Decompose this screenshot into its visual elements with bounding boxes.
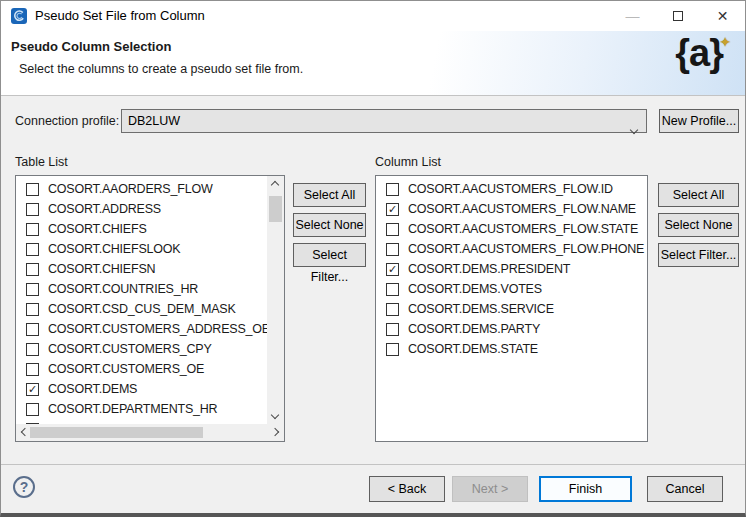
list-item[interactable]: COSORT.CSD_CUS_DEM_MASK xyxy=(16,299,267,319)
button-bar: ? < Back Next > Finish Cancel xyxy=(1,464,745,513)
checkbox-unchecked[interactable] xyxy=(26,183,39,196)
help-icon[interactable]: ? xyxy=(13,476,35,498)
column-select-none-button[interactable]: Select None xyxy=(658,213,739,237)
checkbox-unchecked[interactable] xyxy=(386,343,399,356)
new-profile-button[interactable]: New Profile... xyxy=(659,109,739,133)
list-item[interactable]: COSORT.AAORDERS_FLOW xyxy=(16,179,267,199)
list-item-label: COSORT.DEMS.STATE xyxy=(408,342,538,356)
list-item-label: COSORT.CHIEFSN xyxy=(48,262,155,276)
scroll-left-icon[interactable] xyxy=(21,428,29,436)
list-item-label: COSORT.COUNTRIES_HR xyxy=(48,282,198,296)
list-item-label: COSORT.AACUSTOMERS_FLOW.ID xyxy=(408,182,613,196)
wizard-content: Connection profile: DB2LUW New Profile..… xyxy=(1,97,745,464)
app-icon xyxy=(11,8,27,24)
checkbox-unchecked[interactable] xyxy=(386,243,399,256)
chevron-down-icon xyxy=(631,118,637,140)
list-item-label: COSORT.CSD_CUS_DEM_MASK xyxy=(48,302,236,316)
list-item[interactable]: COSORT.DEMS.VOTES xyxy=(376,279,647,299)
list-item[interactable]: COSORT.CUSTOMERS_OE xyxy=(16,359,267,379)
table-list-items: COSORT.AAORDERS_FLOWCOSORT.ADDRESSCOSORT… xyxy=(16,176,267,424)
list-item[interactable]: COSORT.DEMS.SERVICE xyxy=(376,299,647,319)
checkbox-unchecked[interactable] xyxy=(26,263,39,276)
checkbox-unchecked[interactable] xyxy=(386,283,399,296)
column-list: COSORT.AACUSTOMERS_FLOW.ID✓COSORT.AACUST… xyxy=(375,175,648,442)
title-bar: Pseudo Set File from Column — ✕ xyxy=(1,1,745,31)
checkbox-unchecked[interactable] xyxy=(26,223,39,236)
list-item[interactable]: COSORT.DEPARTMENTS_HR xyxy=(16,399,267,419)
list-item[interactable]: COSORT.CUSTOMERS_CPY xyxy=(16,339,267,359)
list-item[interactable]: ✓COSORT.DEMS.PRESIDENT xyxy=(376,259,647,279)
checkbox-unchecked[interactable] xyxy=(386,323,399,336)
list-item-label: COSORT.CUSTOMERS_OE xyxy=(48,362,204,376)
table-list-horizontal-scrollbar[interactable] xyxy=(16,424,284,441)
list-item[interactable]: COSORT.CHIEFSN xyxy=(16,259,267,279)
list-item-label: COSORT.ADDRESS xyxy=(48,202,161,216)
table-select-all-button[interactable]: Select All xyxy=(293,183,366,207)
list-item-label: COSORT.DEPARTMENTS_HR xyxy=(48,402,217,416)
list-item[interactable]: COSORT.DEMS.PARTY xyxy=(376,319,647,339)
list-item-label: COSORT.DEMS.PARTY xyxy=(408,322,540,336)
list-item-label: COSORT.DEMS.VOTES xyxy=(408,282,542,296)
vertical-scroll-thumb[interactable] xyxy=(269,196,282,222)
checkbox-unchecked[interactable] xyxy=(386,303,399,316)
page-title: Pseudo Column Selection xyxy=(11,39,171,54)
list-item-label: COSORT.DEMS.SERVICE xyxy=(408,302,554,316)
close-icon[interactable]: ✕ xyxy=(700,1,745,31)
list-item[interactable]: ✓COSORT.AACUSTOMERS_FLOW.NAME xyxy=(376,199,647,219)
table-select-none-button[interactable]: Select None xyxy=(293,213,366,237)
next-button: Next > xyxy=(452,476,528,502)
scroll-down-icon[interactable] xyxy=(271,411,279,419)
list-item[interactable]: COSORT.AACUSTOMERS_FLOW.STATE xyxy=(376,219,647,239)
list-item-label: COSORT.AACUSTOMERS_FLOW.NAME xyxy=(408,202,636,216)
column-select-all-button[interactable]: Select All xyxy=(658,183,739,207)
checkbox-unchecked[interactable] xyxy=(386,183,399,196)
list-item[interactable]: COSORT.AACUSTOMERS_FLOW.ID xyxy=(376,179,647,199)
finish-button[interactable]: Finish xyxy=(539,476,632,502)
connection-profile-value: DB2LUW xyxy=(128,114,180,128)
list-item[interactable]: COSORT.CHIEFS xyxy=(16,219,267,239)
list-item[interactable]: ✓COSORT.DEMS xyxy=(16,379,267,399)
list-item[interactable]: COSORT.ADDRESS xyxy=(16,199,267,219)
scroll-up-icon[interactable] xyxy=(271,181,279,189)
list-item-label: COSORT.DEMS.PRESIDENT xyxy=(408,262,570,276)
list-item-label: COSORT.CUSTOMERS_CPY xyxy=(48,342,212,356)
checkbox-checked[interactable]: ✓ xyxy=(386,203,399,216)
checkbox-unchecked[interactable] xyxy=(26,283,39,296)
list-item-label: COSORT.CUSTOMERS_ADDRESS_OE xyxy=(48,322,267,336)
list-item[interactable]: COSORT.CHIEFSLOOK xyxy=(16,239,267,259)
list-item-label: COSORT.AAORDERS_FLOW xyxy=(48,182,213,196)
connection-profile-label: Connection profile: xyxy=(15,114,119,128)
list-item-label: COSORT.CHIEFSLOOK xyxy=(48,242,181,256)
checkbox-unchecked[interactable] xyxy=(26,403,39,416)
table-select-filter-button[interactable]: Select Filter... xyxy=(293,243,366,267)
checkbox-unchecked[interactable] xyxy=(26,203,39,216)
checkbox-unchecked[interactable] xyxy=(386,223,399,236)
list-item[interactable]: COSORT.CUSTOMERS_ADDRESS_OE xyxy=(16,319,267,339)
checkbox-checked[interactable]: ✓ xyxy=(26,383,39,396)
pseudo-set-file-dialog: Pseudo Set File from Column — ✕ Pseudo C… xyxy=(0,0,746,517)
checkbox-unchecked[interactable] xyxy=(26,323,39,336)
list-item[interactable]: COSORT.AACUSTOMERS_FLOW.PHONE xyxy=(376,239,647,259)
maximize-icon[interactable] xyxy=(655,1,700,31)
scroll-right-icon[interactable] xyxy=(271,428,279,436)
list-item-label: COSORT.CHIEFS xyxy=(48,222,147,236)
list-item[interactable]: COSORT.DEMS.STATE xyxy=(376,339,647,359)
checkbox-unchecked[interactable] xyxy=(26,343,39,356)
list-item-label: COSORT.AACUSTOMERS_FLOW.STATE xyxy=(408,222,638,236)
connection-profile-select[interactable]: DB2LUW xyxy=(121,109,647,133)
column-list-items: COSORT.AACUSTOMERS_FLOW.ID✓COSORT.AACUST… xyxy=(376,176,647,441)
table-list-vertical-scrollbar[interactable] xyxy=(267,176,284,424)
window-title: Pseudo Set File from Column xyxy=(35,1,205,31)
checkbox-unchecked[interactable] xyxy=(26,363,39,376)
horizontal-scroll-thumb[interactable] xyxy=(30,427,203,438)
list-item[interactable]: COSORT.COUNTRIES_HR xyxy=(16,279,267,299)
cancel-button[interactable]: Cancel xyxy=(647,476,723,502)
checkbox-unchecked[interactable] xyxy=(26,243,39,256)
column-select-filter-button[interactable]: Select Filter... xyxy=(658,243,739,267)
back-button[interactable]: < Back xyxy=(369,476,445,502)
table-list-label: Table List xyxy=(15,155,68,169)
checkbox-checked[interactable]: ✓ xyxy=(386,263,399,276)
page-subtitle: Select the columns to create a pseudo se… xyxy=(19,62,303,76)
checkbox-unchecked[interactable] xyxy=(26,303,39,316)
minimize-icon[interactable]: — xyxy=(610,1,655,31)
